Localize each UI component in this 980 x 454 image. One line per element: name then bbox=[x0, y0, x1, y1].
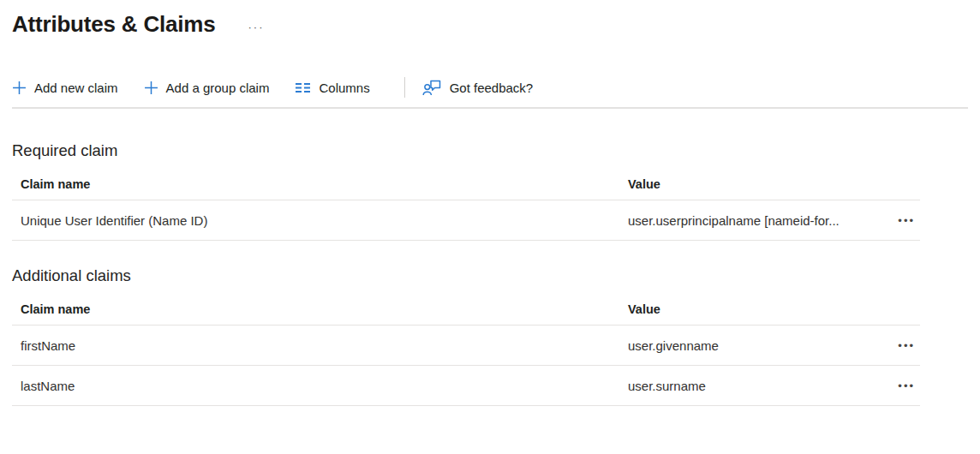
claim-value-cell: user.userprincipalname [nameid-for... bbox=[619, 213, 875, 228]
add-group-claim-label: Add a group claim bbox=[166, 81, 270, 95]
column-header-value: Value bbox=[619, 302, 875, 316]
claim-name-cell: firstName bbox=[12, 338, 619, 353]
command-bar: Add new claim Add a group claim Columns bbox=[12, 75, 968, 99]
claim-value-cell: user.givenname bbox=[619, 338, 875, 353]
add-group-claim-button[interactable]: Add a group claim bbox=[144, 81, 270, 95]
row-menu-icon[interactable]: ••• bbox=[898, 337, 920, 355]
columns-icon bbox=[295, 81, 311, 94]
more-options-icon[interactable]: ··· bbox=[246, 21, 266, 33]
page-title: Attributes & Claims bbox=[12, 11, 215, 38]
section-heading: Required claim bbox=[12, 141, 968, 160]
required-claim-section: Required claim Claim name Value Unique U… bbox=[12, 141, 968, 241]
columns-button[interactable]: Columns bbox=[295, 81, 369, 95]
claim-value-cell: user.surname bbox=[619, 379, 875, 393]
columns-label: Columns bbox=[319, 81, 369, 95]
claim-name-cell: Unique User Identifier (Name ID) bbox=[12, 213, 619, 228]
table-row[interactable]: firstName user.givenname ••• bbox=[12, 326, 920, 366]
table-row[interactable]: lastName user.surname ••• bbox=[12, 366, 920, 406]
column-header-value: Value bbox=[619, 177, 875, 191]
page-header: Attributes & Claims ··· bbox=[12, 0, 968, 38]
additional-claims-section: Additional claims Claim name Value first… bbox=[12, 266, 968, 406]
plus-icon bbox=[12, 81, 27, 95]
section-heading: Additional claims bbox=[12, 266, 968, 285]
add-new-claim-button[interactable]: Add new claim bbox=[12, 81, 118, 95]
required-claims-table: Claim name Value Unique User Identifier … bbox=[12, 172, 920, 241]
plus-icon bbox=[144, 81, 158, 95]
attributes-claims-page: Attributes & Claims ··· Add new claim Ad… bbox=[0, 0, 980, 406]
row-menu-icon[interactable]: ••• bbox=[898, 212, 920, 230]
got-feedback-button[interactable]: Got feedback? bbox=[422, 79, 534, 97]
add-new-claim-label: Add new claim bbox=[34, 81, 118, 95]
claim-name-cell: lastName bbox=[12, 379, 619, 393]
column-header-claim-name: Claim name bbox=[12, 302, 619, 316]
toolbar-divider bbox=[404, 77, 405, 98]
toolbar-underline bbox=[12, 107, 968, 109]
table-header: Claim name Value bbox=[12, 172, 920, 200]
feedback-person-icon bbox=[422, 79, 442, 97]
additional-claims-table: Claim name Value firstName user.givennam… bbox=[12, 297, 920, 406]
got-feedback-label: Got feedback? bbox=[450, 81, 534, 95]
column-header-claim-name: Claim name bbox=[12, 177, 619, 191]
table-row[interactable]: Unique User Identifier (Name ID) user.us… bbox=[12, 200, 920, 241]
table-header: Claim name Value bbox=[12, 297, 920, 326]
row-menu-icon[interactable]: ••• bbox=[898, 377, 920, 395]
